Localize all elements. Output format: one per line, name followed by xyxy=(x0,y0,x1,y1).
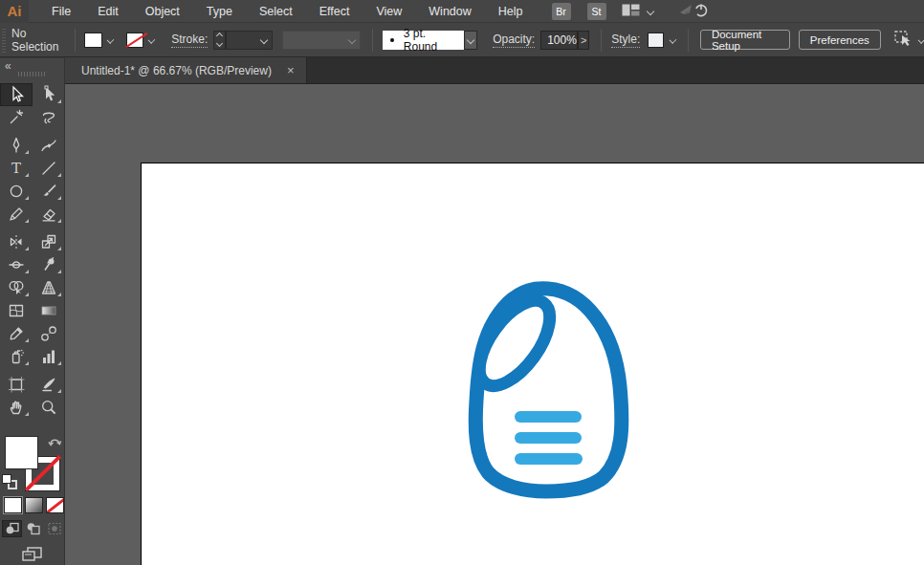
mesh-tool-icon xyxy=(7,301,26,320)
menu-edit[interactable]: Edit xyxy=(84,0,132,23)
default-fill-stroke-icon[interactable] xyxy=(2,474,17,489)
lasso-tool[interactable] xyxy=(33,106,65,129)
menu-bar: Ai FileEditObjectTypeSelectEffectViewWin… xyxy=(0,0,924,23)
column-graph-tool-icon xyxy=(39,347,58,366)
reflect-tool[interactable] xyxy=(0,230,33,253)
stroke-chevron-icon[interactable] xyxy=(148,36,156,44)
eyedropper-tool-icon xyxy=(7,324,26,343)
brushes-panel-button[interactable]: Br xyxy=(552,3,571,20)
canvas-pasteboard[interactable] xyxy=(66,85,924,565)
stroke-weight-stepper[interactable] xyxy=(213,31,226,50)
fill-proxy-swatch[interactable] xyxy=(5,436,38,469)
column-graph-tool[interactable] xyxy=(33,345,65,368)
width-tool[interactable] xyxy=(0,253,33,276)
style-label[interactable]: Style: xyxy=(611,33,640,48)
symbol-sprayer-tool-icon xyxy=(7,347,26,366)
rocket-power-icon[interactable] xyxy=(678,1,711,22)
draw-behind-button[interactable] xyxy=(23,520,43,537)
style-chevron-icon[interactable] xyxy=(670,36,677,44)
eyedropper-tool[interactable] xyxy=(0,322,33,345)
select-similar-chevron-icon[interactable] xyxy=(917,36,924,44)
flyout-indicator xyxy=(25,196,29,200)
mesh-tool[interactable] xyxy=(0,299,33,322)
preferences-button[interactable]: Preferences xyxy=(799,30,881,50)
swap-fill-stroke-icon[interactable] xyxy=(48,434,62,451)
eraser-tool[interactable] xyxy=(33,203,65,226)
draw-normal-button[interactable] xyxy=(2,520,22,537)
color-button[interactable] xyxy=(4,497,22,513)
ellipse-tool[interactable] xyxy=(0,180,33,203)
stroke-weight-dropdown[interactable] xyxy=(226,31,273,50)
symbol-sprayer-tool[interactable] xyxy=(0,345,33,368)
type-tool-icon: T xyxy=(7,159,26,178)
style-swatch[interactable] xyxy=(648,33,664,48)
panel-collapse-icon[interactable]: « xyxy=(5,59,11,73)
menu-view[interactable]: View xyxy=(363,0,415,23)
menu-type[interactable]: Type xyxy=(193,0,246,23)
pen-tool[interactable] xyxy=(0,134,33,157)
none-button[interactable] xyxy=(46,497,64,513)
menu-object[interactable]: Object xyxy=(132,0,193,23)
type-tool[interactable]: T xyxy=(0,157,33,180)
artboard[interactable] xyxy=(141,163,924,565)
ellipse-tool-icon xyxy=(7,182,26,201)
fill-color-swatch[interactable] xyxy=(84,33,101,48)
menu-help[interactable]: Help xyxy=(485,0,537,23)
slice-tool-icon xyxy=(39,375,58,394)
menu-select[interactable]: Select xyxy=(246,0,306,23)
direct-selection-tool[interactable] xyxy=(33,83,65,106)
blend-tool[interactable] xyxy=(33,322,65,345)
curvature-tool[interactable] xyxy=(33,134,65,157)
brush-dropdown-chevron[interactable] xyxy=(464,31,477,50)
gradient-tool[interactable] xyxy=(33,299,65,322)
puppet-warp-tool[interactable] xyxy=(33,253,65,276)
bottle-handle-hole xyxy=(466,289,563,398)
workspace-chevron-icon[interactable] xyxy=(646,7,653,14)
select-similar-icon[interactable] xyxy=(892,30,913,50)
opacity-label[interactable]: Opacity: xyxy=(493,33,535,48)
line-segment-tool[interactable] xyxy=(33,157,65,180)
stroke-color-swatch[interactable] xyxy=(126,33,143,48)
pencil-tool[interactable] xyxy=(0,203,33,226)
pencil-tool-icon xyxy=(7,205,26,224)
artboard-tool[interactable] xyxy=(0,373,33,396)
lasso-tool-icon xyxy=(39,108,58,127)
fill-chevron-icon[interactable] xyxy=(106,36,114,44)
flyout-indicator xyxy=(25,247,29,250)
brush-definition-dropdown[interactable]: 3 pt. Round xyxy=(383,31,464,50)
opacity-more-button[interactable]: > xyxy=(578,31,590,50)
menu-window[interactable]: Window xyxy=(415,0,484,23)
blend-tool-icon xyxy=(39,324,58,343)
flyout-indicator xyxy=(25,293,29,296)
menu-file[interactable]: File xyxy=(38,0,84,23)
flyout-indicator xyxy=(57,293,61,296)
controlbar-gripper[interactable] xyxy=(2,28,6,53)
scale-tool[interactable] xyxy=(33,230,65,253)
document-setup-button[interactable]: Document Setup xyxy=(700,30,790,50)
scale-tool-icon xyxy=(39,232,58,251)
document-tab[interactable]: Untitled-1* @ 66.67% (RGB/Preview) × xyxy=(65,57,307,83)
zoom-tool[interactable] xyxy=(33,396,65,419)
perspective-grid-tool[interactable] xyxy=(33,276,65,299)
stroke-weight-label[interactable]: Stroke: xyxy=(171,33,208,48)
magic-wand-tool[interactable] xyxy=(0,106,33,129)
paintbrush-tool[interactable] xyxy=(33,180,65,203)
panel-gripper[interactable] xyxy=(18,72,47,76)
selection-tool[interactable] xyxy=(0,83,33,106)
graphic-styles-panel-button[interactable]: St xyxy=(587,3,606,20)
gradient-button[interactable] xyxy=(25,497,43,513)
tab-close-icon[interactable]: × xyxy=(287,64,295,76)
bottle-logo-artwork[interactable] xyxy=(460,276,642,506)
hand-tool[interactable] xyxy=(0,396,33,419)
app-logo: Ai xyxy=(0,0,29,23)
screen-mode-button[interactable] xyxy=(21,546,44,565)
workspace-layout-icon[interactable] xyxy=(622,3,640,20)
slice-tool[interactable] xyxy=(33,373,65,396)
shape-builder-tool[interactable] xyxy=(0,276,33,299)
flyout-indicator xyxy=(57,389,61,393)
opacity-field[interactable]: 100% xyxy=(540,31,578,50)
direct-selection-tool-icon xyxy=(39,85,58,104)
label-bar-2 xyxy=(515,432,582,444)
menu-effect[interactable]: Effect xyxy=(306,0,363,23)
brush-dot-icon xyxy=(390,38,394,42)
